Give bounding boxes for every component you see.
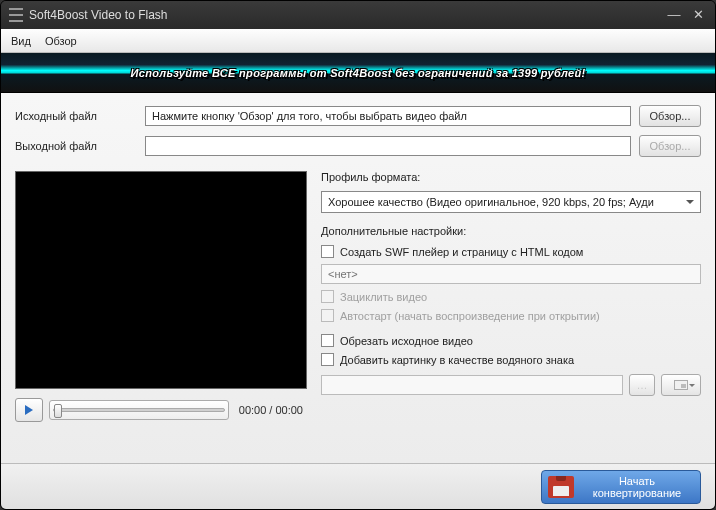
position-icon (674, 380, 688, 390)
promo-text: Используйте ВСЕ программы от Soft4Boost … (131, 67, 586, 79)
checkbox-icon (321, 290, 334, 303)
profile-value: Хорошее качество (Видео оригинальное, 92… (328, 196, 654, 208)
input-file-row: Исходный файл Обзор... (15, 105, 701, 127)
seek-thumb[interactable] (54, 404, 62, 418)
close-button[interactable]: ✕ (689, 7, 707, 23)
menu-browse[interactable]: Обзор (45, 35, 77, 47)
play-icon (24, 405, 34, 415)
profile-select[interactable]: Хорошее качество (Видео оригинальное, 92… (321, 191, 701, 213)
checkbox-watermark[interactable]: Добавить картинку в качестве водяного зн… (321, 353, 701, 366)
checkbox-loop: Зациклить видео (321, 290, 701, 303)
input-file-label: Исходный файл (15, 110, 145, 122)
checkbox-loop-label: Зациклить видео (340, 291, 427, 303)
window-title: Soft4Boost Video to Flash (29, 8, 659, 22)
promo-banner[interactable]: Используйте ВСЕ программы от Soft4Boost … (1, 53, 715, 93)
checkbox-icon (321, 245, 334, 258)
timecode: 00:00 / 00:00 (235, 404, 307, 416)
app-window: Soft4Boost Video to Flash — ✕ Вид Обзор … (0, 0, 716, 510)
checkbox-icon (321, 309, 334, 322)
input-browse-button[interactable]: Обзор... (639, 105, 701, 127)
start-convert-button[interactable]: Начать конвертирование (541, 470, 701, 504)
checkbox-autostart: Автостарт (начать воспроизведение при от… (321, 309, 701, 322)
watermark-position-button[interactable] (661, 374, 701, 396)
checkbox-swf-player[interactable]: Создать SWF плейер и страницу с HTML код… (321, 245, 701, 258)
input-file-field[interactable] (145, 106, 631, 126)
swf-path-field (321, 264, 701, 284)
watermark-path-field (321, 375, 623, 395)
app-menu-icon[interactable] (9, 8, 23, 22)
convert-label: Начать конвертирование (580, 475, 694, 499)
player-controls: 00:00 / 00:00 (15, 397, 307, 423)
checkbox-autostart-label: Автостарт (начать воспроизведение при от… (340, 310, 600, 322)
ellipsis-icon: … (637, 379, 648, 391)
minimize-button[interactable]: — (665, 7, 683, 23)
footer: Начать конвертирование (1, 463, 715, 509)
watermark-browse-button: … (629, 374, 655, 396)
checkbox-crop[interactable]: Обрезать исходное видео (321, 334, 701, 347)
video-preview (15, 171, 307, 389)
output-file-label: Выходной файл (15, 140, 145, 152)
svg-marker-0 (25, 405, 33, 415)
save-disk-icon (548, 476, 574, 498)
preview-column: 00:00 / 00:00 (15, 171, 307, 423)
profile-label: Профиль формата: (321, 171, 701, 183)
checkbox-swf-label: Создать SWF плейер и страницу с HTML код… (340, 246, 583, 258)
output-file-row: Выходной файл Обзор... (15, 135, 701, 157)
menubar: Вид Обзор (1, 29, 715, 53)
output-browse-button: Обзор... (639, 135, 701, 157)
content-area: Исходный файл Обзор... Выходной файл Обз… (1, 93, 715, 463)
seek-slider[interactable] (49, 400, 229, 420)
play-button[interactable] (15, 398, 43, 422)
checkbox-icon (321, 334, 334, 347)
main-row: 00:00 / 00:00 Профиль формата: Хорошее к… (15, 171, 701, 423)
checkbox-icon (321, 353, 334, 366)
extra-label: Дополнительные настройки: (321, 225, 701, 237)
checkbox-watermark-label: Добавить картинку в качестве водяного зн… (340, 354, 574, 366)
watermark-row: … (321, 374, 701, 396)
output-file-field[interactable] (145, 136, 631, 156)
settings-column: Профиль формата: Хорошее качество (Видео… (321, 171, 701, 423)
titlebar: Soft4Boost Video to Flash — ✕ (1, 1, 715, 29)
checkbox-crop-label: Обрезать исходное видео (340, 335, 473, 347)
seek-track (53, 408, 225, 412)
menu-view[interactable]: Вид (11, 35, 31, 47)
